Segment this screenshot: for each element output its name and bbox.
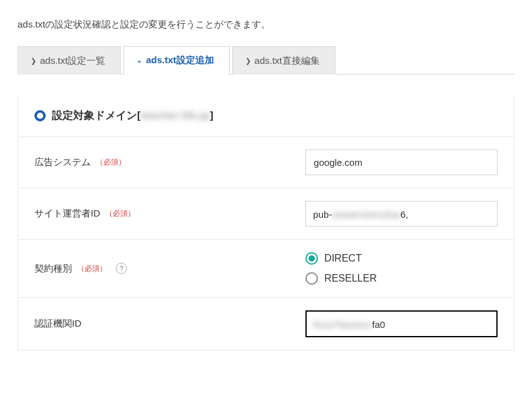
ad-system-input[interactable] — [305, 150, 498, 175]
radio-label: DIRECT — [324, 253, 362, 264]
section-title: 設定対象ドメイン[teacher-life.jp] — [52, 108, 213, 123]
label-cert-authority-id: 認証機関ID — [18, 300, 305, 347]
tab-content-add: 設定対象ドメイン[teacher-life.jp] 広告システム （必須） サイ… — [18, 94, 514, 350]
radio-label: RESELLER — [324, 273, 377, 284]
chevron-down-icon: ⌄ — [136, 57, 142, 64]
tab-bar: ❯ ads.txt設定一覧 ⌄ ads.txt設定追加 ❯ ads.txt直接編… — [18, 46, 514, 74]
radio-direct[interactable]: DIRECT — [305, 252, 498, 265]
row-publisher-id: サイト運営者ID （必須） pub-seeaeroeera3aa6, — [18, 188, 514, 240]
row-ad-system: 広告システム （必須） — [18, 137, 514, 188]
bullet-icon — [34, 110, 46, 121]
help-icon[interactable]: ? — [116, 263, 127, 274]
tab-ads-add[interactable]: ⌄ ads.txt設定追加 — [123, 46, 229, 74]
required-badge: （必須） — [105, 208, 135, 219]
tab-ads-direct-edit[interactable]: ❯ ads.txt直接編集 — [232, 46, 335, 74]
tab-label: ads.txt直接編集 — [255, 55, 320, 67]
radio-reseller[interactable]: RESELLER — [305, 272, 498, 285]
tab-ads-list[interactable]: ❯ ads.txt設定一覧 — [18, 46, 121, 74]
tab-label: ads.txt設定一覧 — [40, 55, 105, 67]
row-cert-authority-id: 認証機関ID fisca7faaowcsfa0 — [18, 298, 514, 350]
required-badge: （必須） — [77, 263, 107, 274]
section-header: 設定対象ドメイン[teacher-life.jp] — [18, 94, 514, 137]
contract-type-radio-group: DIRECT RESELLER — [305, 252, 498, 285]
page-description: ads.txtの設定状況確認と設定の変更を行うことができます。 — [18, 19, 514, 31]
cert-authority-id-input[interactable] — [305, 310, 498, 337]
chevron-right-icon: ❯ — [31, 58, 36, 64]
label-contract-type: 契約種別 （必須） ? — [18, 245, 305, 292]
radio-icon — [305, 272, 318, 285]
tab-label: ads.txt設定追加 — [146, 54, 213, 66]
row-contract-type: 契約種別 （必須） ? DIRECT RESELLER — [18, 240, 514, 298]
chevron-right-icon: ❯ — [245, 58, 251, 64]
label-ad-system: 広告システム （必須） — [18, 139, 305, 186]
domain-masked: teacher-life.jp — [141, 110, 210, 121]
radio-icon — [305, 252, 318, 265]
required-badge: （必須） — [96, 157, 126, 168]
publisher-id-input[interactable] — [305, 201, 498, 227]
label-publisher-id: サイト運営者ID （必須） — [18, 190, 305, 237]
